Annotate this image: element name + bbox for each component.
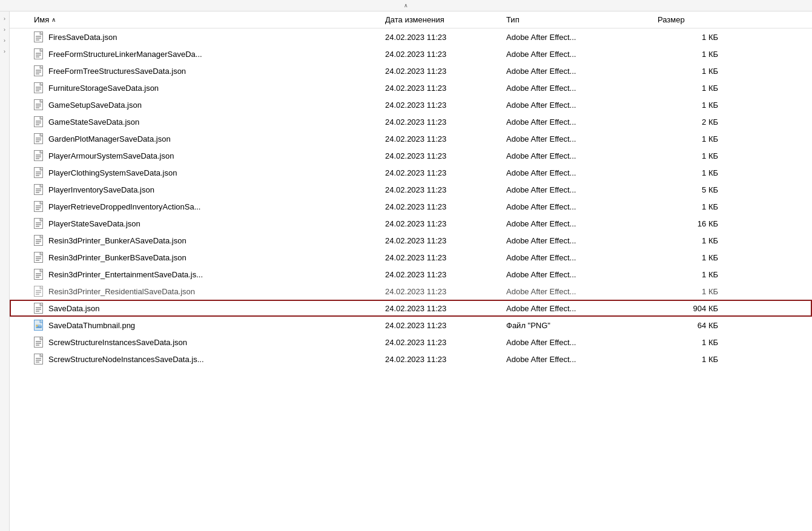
nav-arrow-up[interactable]: › (1, 14, 9, 24)
table-row[interactable]: Resin3dPrinter_EntertainmentSaveData.js.… (10, 266, 812, 283)
column-header-date[interactable]: Дата изменения (385, 15, 506, 24)
table-row[interactable]: GameSetupSaveData.json 24.02.2023 11:23 … (10, 96, 812, 113)
json-file-icon (34, 269, 44, 279)
file-type: Adobe After Effect... (506, 185, 658, 194)
file-date: 24.02.2023 11:23 (385, 134, 506, 143)
file-size: 1 КБ (658, 67, 730, 76)
json-file-icon (34, 252, 44, 262)
file-type: Adobe After Effect... (506, 134, 658, 143)
file-date: 24.02.2023 11:23 (385, 168, 506, 177)
table-row[interactable]: Resin3dPrinter_BunkerASaveData.json 24.0… (10, 232, 812, 249)
file-date: 24.02.2023 11:23 (385, 253, 506, 262)
file-explorer: ∧ › › › › Имя Дата изменения Тип Размер (0, 0, 812, 531)
nav-arrow-mid1[interactable]: › (1, 25, 9, 35)
file-type: Adobe After Effect... (506, 117, 658, 127)
png-file-icon (34, 320, 44, 330)
table-body: FiresSaveData.json 24.02.2023 11:23 Adob… (10, 28, 812, 531)
file-size: 1 КБ (658, 101, 730, 110)
table-container: › › › › Имя Дата изменения Тип Размер (0, 12, 812, 531)
json-file-icon (34, 354, 44, 364)
file-name-cell: ScrewStructureInstancesSaveData.json (34, 337, 385, 347)
file-date: 24.02.2023 11:23 (385, 84, 506, 93)
file-name-cell: Resin3dPrinter_BunkerBSaveData.json (34, 252, 385, 262)
file-name: PlayerArmourSystemSaveData.json (48, 151, 174, 160)
file-name-cell: Resin3dPrinter_ResidentialSaveData.json (34, 286, 385, 296)
table-row[interactable]: ScrewStructureInstancesSaveData.json 24.… (10, 334, 812, 351)
table-row[interactable]: PlayerInventorySaveData.json 24.02.2023 … (10, 181, 812, 198)
nav-arrow-mid2[interactable]: › (1, 36, 9, 45)
file-date: 24.02.2023 11:23 (385, 67, 506, 76)
file-type: Adobe After Effect... (506, 202, 658, 211)
file-name: Resin3dPrinter_BunkerASaveData.json (48, 236, 186, 245)
file-name: SaveDataThumbnail.png (48, 321, 135, 330)
file-date: 24.02.2023 11:23 (385, 321, 506, 330)
file-size: 16 КБ (658, 219, 730, 228)
file-size: 1 КБ (658, 270, 730, 279)
file-name: ScrewStructureInstancesSaveData.json (48, 338, 187, 347)
file-size: 5 КБ (658, 185, 730, 194)
file-date: 24.02.2023 11:23 (385, 287, 506, 296)
file-name: GardenPlotManagerSaveData.json (48, 134, 171, 143)
file-name-cell: FreeFormTreeStructuresSaveData.json (34, 66, 385, 76)
file-type: Adobe After Effect... (506, 101, 658, 110)
file-type: Adobe After Effect... (506, 236, 658, 245)
file-name-cell: GardenPlotManagerSaveData.json (34, 134, 385, 143)
json-file-icon (34, 49, 44, 59)
table-row[interactable]: Resin3dPrinter_ResidentialSaveData.json … (10, 283, 812, 300)
file-date: 24.02.2023 11:23 (385, 355, 506, 364)
table-row[interactable]: PlayerClothingSystemSaveData.json 24.02.… (10, 164, 812, 181)
json-file-icon (34, 286, 44, 296)
file-name: SaveData.json (48, 304, 100, 313)
table-row[interactable]: SaveData.json 24.02.2023 11:23 Adobe Aft… (10, 300, 812, 317)
file-name-cell: PlayerRetrieveDroppedInventoryActionSa..… (34, 202, 385, 211)
table-row[interactable]: ScrewStructureNodeInstancesSaveData.js..… (10, 351, 812, 368)
json-file-icon (34, 32, 44, 42)
file-size: 904 КБ (658, 304, 730, 313)
table-row[interactable]: PlayerRetrieveDroppedInventoryActionSa..… (10, 198, 812, 215)
file-type: Adobe After Effect... (506, 151, 658, 160)
json-file-icon (34, 337, 44, 347)
nav-arrow-down[interactable]: › (1, 47, 9, 56)
file-size: 1 КБ (658, 50, 730, 59)
file-name-cell: FiresSaveData.json (34, 32, 385, 42)
main-content: Имя Дата изменения Тип Размер FiresSaveD… (10, 12, 812, 531)
file-type: Adobe After Effect... (506, 67, 658, 76)
table-row[interactable]: PlayerArmourSystemSaveData.json 24.02.20… (10, 147, 812, 164)
top-sort-area: ∧ (0, 0, 812, 12)
json-file-icon (34, 303, 44, 313)
column-header-name[interactable]: Имя (34, 15, 385, 24)
table-row[interactable]: Resin3dPrinter_BunkerBSaveData.json 24.0… (10, 249, 812, 266)
json-file-icon (34, 185, 44, 194)
file-name: FiresSaveData.json (48, 33, 117, 42)
table-row[interactable]: FurnitureStorageSaveData.json 24.02.2023… (10, 79, 812, 96)
table-row[interactable]: PlayerStateSaveData.json 24.02.2023 11:2… (10, 215, 812, 232)
file-name-cell: FreeFormStructureLinkerManagerSaveDa... (34, 49, 385, 59)
file-size: 1 КБ (658, 134, 730, 143)
table-row[interactable]: GardenPlotManagerSaveData.json 24.02.202… (10, 130, 812, 147)
json-file-icon (34, 117, 44, 127)
file-date: 24.02.2023 11:23 (385, 151, 506, 160)
table-row[interactable]: GameStateSaveData.json 24.02.2023 11:23 … (10, 113, 812, 130)
table-row[interactable]: SaveDataThumbnail.png 24.02.2023 11:23 Ф… (10, 317, 812, 334)
file-date: 24.02.2023 11:23 (385, 185, 506, 194)
file-size: 2 КБ (658, 117, 730, 127)
file-name-cell: FurnitureStorageSaveData.json (34, 83, 385, 93)
side-nav: › › › › (0, 12, 10, 531)
file-name-cell: Resin3dPrinter_EntertainmentSaveData.js.… (34, 269, 385, 279)
file-type: Adobe After Effect... (506, 287, 658, 296)
file-name-cell: PlayerStateSaveData.json (34, 219, 385, 228)
file-name-cell: ScrewStructureNodeInstancesSaveData.js..… (34, 354, 385, 364)
column-header-type[interactable]: Тип (506, 15, 658, 24)
file-type: Adobe After Effect... (506, 253, 658, 262)
file-size: 1 КБ (658, 168, 730, 177)
table-row[interactable]: FreeFormStructureLinkerManagerSaveDa... … (10, 45, 812, 62)
file-type: Adobe After Effect... (506, 338, 658, 347)
sort-arrow-up[interactable]: ∧ (404, 2, 408, 8)
column-header-size[interactable]: Размер (658, 15, 730, 24)
file-name: FreeFormTreeStructuresSaveData.json (48, 67, 186, 76)
file-size: 1 КБ (658, 253, 730, 262)
table-row[interactable]: FreeFormTreeStructuresSaveData.json 24.0… (10, 62, 812, 79)
file-name-cell: PlayerArmourSystemSaveData.json (34, 151, 385, 160)
file-name: FreeFormStructureLinkerManagerSaveDa... (48, 50, 202, 59)
table-row[interactable]: FiresSaveData.json 24.02.2023 11:23 Adob… (10, 28, 812, 45)
